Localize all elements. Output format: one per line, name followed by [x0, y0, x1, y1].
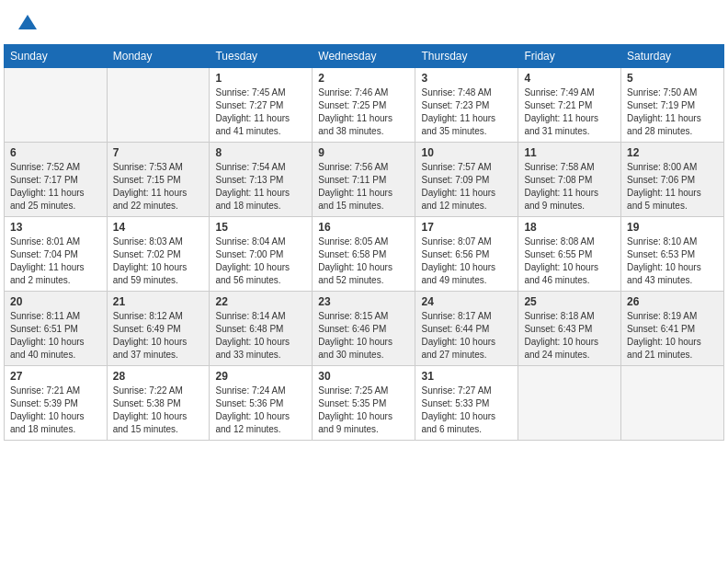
- calendar-cell: 1Sunrise: 7:45 AM Sunset: 7:27 PM Daylig…: [210, 68, 313, 143]
- calendar-cell: 23Sunrise: 8:15 AM Sunset: 6:46 PM Dayli…: [313, 292, 415, 366]
- day-number: 27: [10, 370, 101, 383]
- day-number: 23: [318, 295, 409, 308]
- calendar-cell: 25Sunrise: 8:18 AM Sunset: 6:43 PM Dayli…: [518, 292, 621, 366]
- cell-info: Sunrise: 7:53 AM Sunset: 7:15 PM Dayligh…: [113, 161, 204, 213]
- calendar-cell: 18Sunrise: 8:08 AM Sunset: 6:55 PM Dayli…: [518, 217, 621, 292]
- calendar-day-header: Tuesday: [210, 45, 313, 68]
- cell-info: Sunrise: 8:05 AM Sunset: 6:58 PM Dayligh…: [318, 236, 409, 287]
- calendar-day-header: Sunday: [5, 45, 108, 68]
- calendar-cell: 22Sunrise: 8:14 AM Sunset: 6:48 PM Dayli…: [210, 292, 313, 366]
- calendar-cell: 28Sunrise: 7:22 AM Sunset: 5:38 PM Dayli…: [107, 366, 210, 441]
- calendar-wrapper: SundayMondayTuesdayWednesdayThursdayFrid…: [0, 44, 728, 444]
- calendar-week-row: 20Sunrise: 8:11 AM Sunset: 6:51 PM Dayli…: [5, 292, 724, 366]
- calendar-day-header: Thursday: [415, 45, 518, 68]
- day-number: 13: [10, 221, 101, 234]
- cell-info: Sunrise: 7:48 AM Sunset: 7:23 PM Dayligh…: [421, 86, 512, 138]
- cell-info: Sunrise: 7:49 AM Sunset: 7:21 PM Dayligh…: [524, 86, 615, 138]
- calendar-cell: 27Sunrise: 7:21 AM Sunset: 5:39 PM Dayli…: [5, 366, 108, 441]
- calendar-cell: 4Sunrise: 7:49 AM Sunset: 7:21 PM Daylig…: [518, 68, 621, 143]
- day-number: 4: [524, 72, 615, 85]
- day-number: 9: [318, 146, 409, 159]
- day-number: 14: [113, 221, 204, 234]
- day-number: 15: [215, 221, 306, 234]
- day-number: 24: [421, 295, 512, 308]
- day-number: 29: [215, 370, 306, 383]
- calendar-cell: 29Sunrise: 7:24 AM Sunset: 5:36 PM Dayli…: [210, 366, 313, 441]
- calendar-week-row: 6Sunrise: 7:52 AM Sunset: 7:17 PM Daylig…: [5, 143, 724, 217]
- calendar-cell: 19Sunrise: 8:10 AM Sunset: 6:53 PM Dayli…: [621, 217, 724, 292]
- cell-info: Sunrise: 8:10 AM Sunset: 6:53 PM Dayligh…: [627, 236, 718, 287]
- day-number: 11: [524, 146, 615, 159]
- calendar-cell: 24Sunrise: 8:17 AM Sunset: 6:44 PM Dayli…: [415, 292, 518, 366]
- day-number: 7: [113, 146, 204, 159]
- calendar-cell: [5, 68, 108, 143]
- day-number: 5: [627, 72, 718, 85]
- calendar-cell: 21Sunrise: 8:12 AM Sunset: 6:49 PM Dayli…: [107, 292, 210, 366]
- day-number: 16: [318, 221, 409, 234]
- calendar-cell: 26Sunrise: 8:19 AM Sunset: 6:41 PM Dayli…: [621, 292, 724, 366]
- calendar-cell: 8Sunrise: 7:54 AM Sunset: 7:13 PM Daylig…: [210, 143, 313, 217]
- calendar-cell: 30Sunrise: 7:25 AM Sunset: 5:35 PM Dayli…: [313, 366, 415, 441]
- calendar-day-header: Saturday: [621, 45, 724, 68]
- cell-info: Sunrise: 8:07 AM Sunset: 6:56 PM Dayligh…: [421, 236, 512, 287]
- day-number: 12: [627, 146, 718, 159]
- calendar-cell: [518, 366, 621, 441]
- day-number: 26: [627, 295, 718, 308]
- day-number: 10: [421, 146, 512, 159]
- logo: [15, 11, 44, 37]
- calendar-day-header: Monday: [107, 45, 210, 68]
- cell-info: Sunrise: 7:57 AM Sunset: 7:09 PM Dayligh…: [421, 161, 512, 213]
- calendar-cell: 2Sunrise: 7:46 AM Sunset: 7:25 PM Daylig…: [313, 68, 415, 143]
- calendar-cell: 3Sunrise: 7:48 AM Sunset: 7:23 PM Daylig…: [415, 68, 518, 143]
- calendar-header-row: SundayMondayTuesdayWednesdayThursdayFrid…: [5, 45, 724, 68]
- calendar-cell: [107, 68, 210, 143]
- calendar-day-header: Friday: [518, 45, 621, 68]
- day-number: 18: [524, 221, 615, 234]
- cell-info: Sunrise: 8:04 AM Sunset: 7:00 PM Dayligh…: [215, 236, 306, 287]
- calendar-cell: 10Sunrise: 7:57 AM Sunset: 7:09 PM Dayli…: [415, 143, 518, 217]
- calendar-cell: 12Sunrise: 8:00 AM Sunset: 7:06 PM Dayli…: [621, 143, 724, 217]
- calendar-cell: 17Sunrise: 8:07 AM Sunset: 6:56 PM Dayli…: [415, 217, 518, 292]
- day-number: 22: [215, 295, 306, 308]
- cell-info: Sunrise: 7:27 AM Sunset: 5:33 PM Dayligh…: [421, 385, 512, 436]
- cell-info: Sunrise: 8:14 AM Sunset: 6:48 PM Dayligh…: [215, 310, 306, 362]
- cell-info: Sunrise: 7:56 AM Sunset: 7:11 PM Dayligh…: [318, 161, 409, 213]
- day-number: 2: [318, 72, 409, 85]
- cell-info: Sunrise: 8:08 AM Sunset: 6:55 PM Dayligh…: [524, 236, 615, 287]
- day-number: 19: [627, 221, 718, 234]
- page-header: [0, 0, 728, 44]
- calendar-cell: 9Sunrise: 7:56 AM Sunset: 7:11 PM Daylig…: [313, 143, 415, 217]
- cell-info: Sunrise: 8:19 AM Sunset: 6:41 PM Dayligh…: [627, 310, 718, 362]
- cell-info: Sunrise: 7:46 AM Sunset: 7:25 PM Dayligh…: [318, 86, 409, 138]
- cell-info: Sunrise: 8:12 AM Sunset: 6:49 PM Dayligh…: [113, 310, 204, 362]
- cell-info: Sunrise: 7:50 AM Sunset: 7:19 PM Dayligh…: [627, 86, 718, 138]
- calendar-cell: 6Sunrise: 7:52 AM Sunset: 7:17 PM Daylig…: [5, 143, 108, 217]
- cell-info: Sunrise: 8:11 AM Sunset: 6:51 PM Dayligh…: [10, 310, 101, 362]
- day-number: 20: [10, 295, 101, 308]
- day-number: 6: [10, 146, 101, 159]
- calendar-cell: 20Sunrise: 8:11 AM Sunset: 6:51 PM Dayli…: [5, 292, 108, 366]
- calendar-table: SundayMondayTuesdayWednesdayThursdayFrid…: [4, 44, 724, 441]
- cell-info: Sunrise: 8:00 AM Sunset: 7:06 PM Dayligh…: [627, 161, 718, 213]
- calendar-cell: 14Sunrise: 8:03 AM Sunset: 7:02 PM Dayli…: [107, 217, 210, 292]
- day-number: 31: [421, 370, 512, 383]
- cell-info: Sunrise: 7:22 AM Sunset: 5:38 PM Dayligh…: [113, 385, 204, 436]
- calendar-cell: 15Sunrise: 8:04 AM Sunset: 7:00 PM Dayli…: [210, 217, 313, 292]
- day-number: 30: [318, 370, 409, 383]
- cell-info: Sunrise: 7:54 AM Sunset: 7:13 PM Dayligh…: [215, 161, 306, 213]
- calendar-week-row: 27Sunrise: 7:21 AM Sunset: 5:39 PM Dayli…: [5, 366, 724, 441]
- calendar-week-row: 1Sunrise: 7:45 AM Sunset: 7:27 PM Daylig…: [5, 68, 724, 143]
- cell-info: Sunrise: 8:18 AM Sunset: 6:43 PM Dayligh…: [524, 310, 615, 362]
- calendar-cell: 11Sunrise: 7:58 AM Sunset: 7:08 PM Dayli…: [518, 143, 621, 217]
- calendar-cell: 7Sunrise: 7:53 AM Sunset: 7:15 PM Daylig…: [107, 143, 210, 217]
- calendar-cell: 5Sunrise: 7:50 AM Sunset: 7:19 PM Daylig…: [621, 68, 724, 143]
- cell-info: Sunrise: 7:21 AM Sunset: 5:39 PM Dayligh…: [10, 385, 101, 436]
- day-number: 21: [113, 295, 204, 308]
- cell-info: Sunrise: 7:25 AM Sunset: 5:35 PM Dayligh…: [318, 385, 409, 436]
- cell-info: Sunrise: 7:24 AM Sunset: 5:36 PM Dayligh…: [215, 385, 306, 436]
- calendar-cell: 16Sunrise: 8:05 AM Sunset: 6:58 PM Dayli…: [313, 217, 415, 292]
- day-number: 3: [421, 72, 512, 85]
- cell-info: Sunrise: 7:52 AM Sunset: 7:17 PM Dayligh…: [10, 161, 101, 213]
- cell-info: Sunrise: 8:17 AM Sunset: 6:44 PM Dayligh…: [421, 310, 512, 362]
- day-number: 17: [421, 221, 512, 234]
